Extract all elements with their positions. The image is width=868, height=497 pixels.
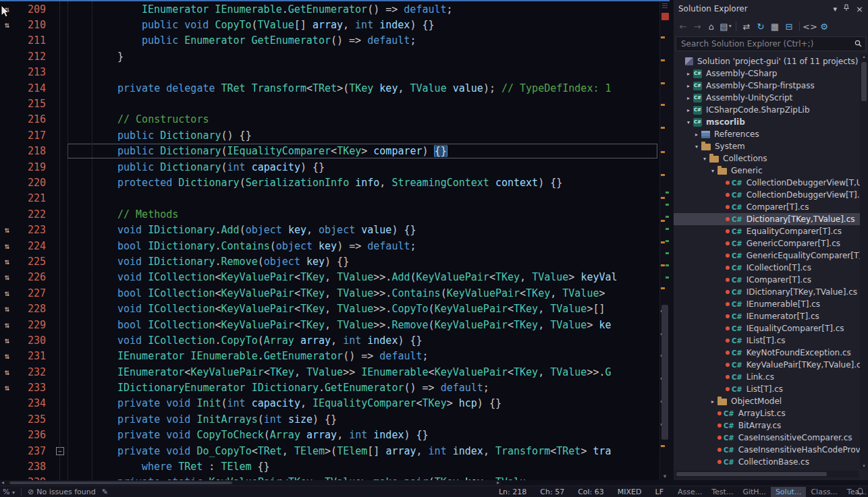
code-text[interactable]: where TRet : TElem {} <box>69 461 659 473</box>
code-text[interactable]: bool ICollection<KeyValuePair<TKey, TVal… <box>69 319 659 331</box>
line-number[interactable]: 213 <box>13 66 51 78</box>
code-line-226[interactable]: ⇅226void ICollection<KeyValuePair<TKey, … <box>0 270 659 285</box>
tree-item[interactable]: C#IDictionary[TKey,TValue].cs <box>674 286 868 298</box>
code-line-224[interactable]: ⇅224bool IDictionary.Contains(object key… <box>0 238 659 254</box>
code-text[interactable]: void IDictionary.Add(object key, object … <box>69 224 659 236</box>
tree-item[interactable]: ▸C#Assembly-CSharp <box>674 67 868 80</box>
tree-item[interactable]: ▾Collections <box>674 152 868 165</box>
code-text[interactable]: private void Do_CopyTo<TRet, TElem>(TEle… <box>69 445 659 457</box>
inheritance-margin-icon[interactable]: ⇅ <box>0 305 13 313</box>
code-line-229[interactable]: ⇅229bool ICollection<KeyValuePair<TKey, … <box>0 317 659 332</box>
code-text[interactable]: public Dictionary() {} <box>69 129 659 142</box>
tree-item[interactable]: C#GenericComparer[T].cs <box>674 237 868 250</box>
code-text[interactable]: void ICollection<KeyValuePair<TKey, TVal… <box>69 271 659 283</box>
expander-icon[interactable]: ▸ <box>709 399 717 405</box>
code-line-217[interactable]: 217public Dictionary() {} <box>0 127 659 143</box>
tree-item[interactable]: C#CollectionBase.cs <box>674 456 868 468</box>
code-line-236[interactable]: 236private void CopyToCheck(Array array,… <box>0 428 659 443</box>
code-text[interactable]: IEnumerator<KeyValuePair<TKey, TValue>> … <box>69 366 659 378</box>
inheritance-margin-icon[interactable]: ⇅ <box>0 21 13 29</box>
code-text[interactable]: private void CopyToCheck(Array array, in… <box>69 429 659 441</box>
inheritance-margin-icon[interactable]: ⇅ <box>0 258 13 266</box>
tool-window-tab[interactable]: Class... <box>806 487 842 497</box>
line-number[interactable]: 216 <box>13 113 51 125</box>
show-all-files-button[interactable]: ▦ <box>768 20 782 33</box>
tree-item[interactable]: C#Comparer[T].cs <box>674 201 868 213</box>
line-number[interactable]: 231 <box>13 350 51 362</box>
line-number[interactable]: 217 <box>13 129 51 142</box>
code-line-210[interactable]: ⇅210public void CopyTo(TValue[] array, i… <box>0 17 659 32</box>
line-number[interactable]: 236 <box>13 429 51 441</box>
code-editor[interactable]: ⇅209IEnumerator IEnumerable.GetEnumerato… <box>0 0 670 480</box>
indentation-indicator[interactable]: MIXED <box>618 488 642 496</box>
editor-vertical-scrollbar[interactable]: ▾ <box>659 1 670 480</box>
tree-item[interactable]: ▾Generic <box>674 165 868 177</box>
tree-item[interactable]: ▸References <box>674 128 868 140</box>
window-position-icon[interactable]: ▾ <box>834 5 838 13</box>
line-number[interactable]: 211 <box>13 34 51 47</box>
tree-item[interactable]: C#KeyValuePair[TKey,TValue].cs <box>674 359 868 371</box>
tree-item[interactable]: ▸ObjectModel <box>674 395 868 407</box>
code-line-227[interactable]: ⇅227bool ICollection<KeyValuePair<TKey, … <box>0 285 659 301</box>
code-line-228[interactable]: ⇅228void ICollection<KeyValuePair<TKey, … <box>0 301 659 316</box>
fold-collapse-button[interactable]: − <box>51 447 69 455</box>
tool-window-tab[interactable]: GitH... <box>738 487 770 497</box>
tree-item[interactable]: C#IEnumerable[T].cs <box>674 298 868 310</box>
line-number[interactable]: 232 <box>13 366 51 378</box>
code-text[interactable]: } <box>69 51 659 63</box>
code-text[interactable]: bool ICollection<KeyValuePair<TKey, TVal… <box>69 287 659 299</box>
code-line-230[interactable]: ⇅230void ICollection.CopyTo(Array array,… <box>0 332 659 348</box>
inheritance-margin-icon[interactable]: ⇅ <box>0 273 13 281</box>
no-issues-status[interactable]: ⊘ No issues found <box>28 488 96 496</box>
line-ending-indicator[interactable]: LF <box>655 488 663 496</box>
line-number[interactable]: 234 <box>13 397 51 409</box>
expander-icon[interactable]: ▸ <box>684 95 693 101</box>
expander-icon[interactable]: ▸ <box>684 71 693 77</box>
tool-window-tab[interactable]: Asse... <box>673 487 707 497</box>
code-text[interactable]: IEnumerator IEnumerable.GetEnumerator() … <box>69 3 659 16</box>
tree-item[interactable]: C#KeyNotFoundException.cs <box>674 347 868 359</box>
tree-item[interactable]: C#CaseInsensitiveHashCodeProvider.cs <box>674 444 868 456</box>
char-indicator[interactable]: Ch: 57 <box>540 488 564 496</box>
code-text[interactable]: void ICollection<KeyValuePair<TKey, TVal… <box>69 303 659 315</box>
tree-item[interactable]: C#Dictionary[TKey,TValue].cs <box>674 213 868 225</box>
view-code-button[interactable]: <> <box>803 20 817 33</box>
search-input[interactable] <box>676 36 866 51</box>
expander-icon[interactable]: ▸ <box>684 83 693 89</box>
inheritance-margin-icon[interactable]: ⇅ <box>0 337 13 345</box>
split-editor-handle[interactable] <box>662 3 668 9</box>
tree-item[interactable]: C#IEnumerator[T].cs <box>674 310 868 322</box>
scrollbar-thumb[interactable] <box>861 62 867 101</box>
code-text[interactable]: protected Dictionary(SerializationInfo i… <box>69 177 659 189</box>
code-line-214[interactable]: 214private delegate TRet Transform<TRet>… <box>0 80 659 96</box>
code-line-235[interactable]: 235private void InitArrays(int size) {} <box>0 411 659 427</box>
code-text[interactable]: public Dictionary(int capacity) {} <box>69 161 659 173</box>
tree-item[interactable]: C#IComparer[T].cs <box>674 274 868 286</box>
inheritance-margin-icon[interactable]: ⇅ <box>0 352 13 360</box>
expander-icon[interactable]: ▾ <box>684 119 693 125</box>
code-line-234[interactable]: 234private void Init(int capacity, IEqua… <box>0 396 659 411</box>
code-line-212[interactable]: 212} <box>0 49 659 64</box>
code-line-225[interactable]: ⇅225void IDictionary.Remove(object key) … <box>0 254 659 269</box>
code-line-232[interactable]: ⇅232IEnumerator<KeyValuePair<TKey, TValu… <box>0 364 659 380</box>
tool-window-tab[interactable]: Test... <box>707 487 738 497</box>
code-line-216[interactable]: 216// Constructors <box>0 112 659 127</box>
line-number[interactable]: 209 <box>13 3 51 16</box>
code-line-231[interactable]: ⇅231IEnumerator IEnumerable.GetEnumerato… <box>0 349 659 364</box>
inheritance-margin-icon[interactable]: ⇅ <box>0 5 13 13</box>
scrollbar-thumb[interactable] <box>676 472 827 476</box>
tree-item[interactable]: C#BitArray.cs <box>674 419 868 432</box>
navigate-forward-button[interactable]: → <box>690 20 704 33</box>
properties-button[interactable]: ⚙ <box>817 20 831 33</box>
code-text[interactable]: IDictionaryEnumerator IDictionary.GetEnu… <box>69 382 659 394</box>
code-line-237[interactable]: 237−private void Do_CopyTo<TRet, TElem>(… <box>0 443 659 459</box>
scroll-down-arrow-icon[interactable]: ▾ <box>860 463 868 469</box>
column-indicator[interactable]: Col: 63 <box>578 488 604 496</box>
inheritance-margin-icon[interactable]: ⇅ <box>0 242 13 250</box>
tree-item[interactable]: ▸C#Assembly-CSharp-firstpass <box>674 80 868 92</box>
code-line-211[interactable]: 211public Enumerator GetEnumerator() => … <box>0 33 659 49</box>
line-number[interactable]: 222 <box>13 208 51 221</box>
code-text[interactable]: private delegate TRet Transform<TRet>(TK… <box>69 82 659 94</box>
code-text[interactable]: private void InitArrays(int size) {} <box>69 413 659 426</box>
editor-horizontal-scrollbar[interactable]: ◂ ▸ <box>0 480 501 486</box>
